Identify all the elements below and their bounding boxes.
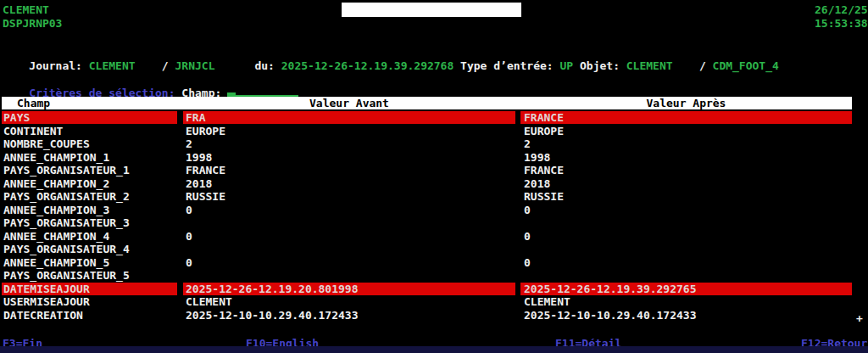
cell-champ: ANNEE_CHAMPION_5 <box>2 256 177 269</box>
status-bar <box>0 346 868 353</box>
table-row: PAYS_ORGANISATEUR_5 <box>2 269 852 282</box>
table-row: DATECREATION2025-12-10-10.29.40.17243320… <box>2 309 852 322</box>
cell-valeur-avant: 0 <box>183 256 515 269</box>
table-row: CONTINENTEUROPEEUROPE <box>2 125 852 137</box>
cell-valeur-avant: FRANCE <box>183 164 515 176</box>
cell-valeur-apres: FRANCE <box>520 164 852 176</box>
table-row: PAYSFRAFRANCE <box>2 111 852 124</box>
cell-valeur-apres: EUROPE <box>520 125 852 137</box>
cell-valeur-avant: 0 <box>183 230 515 243</box>
cell-valeur-avant <box>183 216 515 229</box>
continuation-indicator: + <box>856 312 863 325</box>
cell-champ: USERMISEAJOUR <box>2 295 177 308</box>
table-row: ANNEE_CHAMPION_220182018 <box>2 177 852 190</box>
cell-valeur-avant <box>183 269 515 282</box>
cell-valeur-apres <box>520 243 852 255</box>
cell-champ: ANNEE_CHAMPION_1 <box>2 151 177 164</box>
table-row: PAYS_ORGANISATEUR_2RUSSIERUSSIE <box>2 190 852 203</box>
cell-champ: DATEMISEAJOUR <box>2 283 177 295</box>
cell-valeur-apres <box>520 216 852 229</box>
cell-valeur-avant: FRA <box>183 111 515 124</box>
table-row: DATEMISEAJOUR2025-12-26-12.19.20.8019982… <box>2 283 852 295</box>
table-row: ANNEE_CHAMPION_119981998 <box>2 151 852 164</box>
cell-valeur-apres: CLEMENT <box>520 295 852 308</box>
cell-valeur-apres: 0 <box>520 256 852 269</box>
cell-valeur-avant: 2018 <box>183 177 515 190</box>
cell-champ: PAYS_ORGANISATEUR_4 <box>2 243 177 255</box>
cell-valeur-apres: 1998 <box>520 151 852 164</box>
cell-valeur-apres: 0 <box>520 204 852 216</box>
cell-valeur-apres: RUSSIE <box>520 190 852 203</box>
cell-valeur-apres: FRANCE <box>520 111 852 124</box>
table-row: PAYS_ORGANISATEUR_1FRANCEFRANCE <box>2 164 852 176</box>
cell-valeur-avant: 2025-12-26-12.19.20.801998 <box>183 283 515 295</box>
cell-valeur-avant: 2025-12-10-10.29.40.172433 <box>183 309 515 322</box>
cell-valeur-apres: 2025-12-10-10.29.40.172433 <box>520 309 852 322</box>
cell-champ: PAYS_ORGANISATEUR_1 <box>2 164 177 176</box>
cell-valeur-avant <box>183 243 515 255</box>
cell-valeur-avant: EUROPE <box>183 125 515 137</box>
cell-champ: CONTINENT <box>2 125 177 137</box>
cell-valeur-apres: 0 <box>520 230 852 243</box>
table-row: ANNEE_CHAMPION_500 <box>2 256 852 269</box>
table-body: PAYSFRAFRANCECONTINENTEUROPEEUROPENOMBRE… <box>2 0 852 353</box>
table-row: USERMISEAJOURCLEMENTCLEMENT <box>2 295 852 308</box>
cell-valeur-apres: 2018 <box>520 177 852 190</box>
cell-valeur-apres: 2 <box>520 137 852 150</box>
cell-champ: NOMBRE_COUPES <box>2 137 177 150</box>
cell-champ: ANNEE_CHAMPION_2 <box>2 177 177 190</box>
cell-champ: DATECREATION <box>2 309 177 322</box>
cell-valeur-avant: 0 <box>183 204 515 216</box>
cell-champ: ANNEE_CHAMPION_4 <box>2 230 177 243</box>
table-row: PAYS_ORGANISATEUR_3 <box>2 216 852 229</box>
terminal-screen: CLEMENT DSPJRNP03 Données journalisées 2… <box>0 0 868 353</box>
cell-valeur-apres: 2025-12-26-12.19.39.292765 <box>520 283 852 295</box>
cell-valeur-avant: CLEMENT <box>183 295 515 308</box>
cell-champ: PAYS_ORGANISATEUR_5 <box>2 269 177 282</box>
cell-champ: ANNEE_CHAMPION_3 <box>2 204 177 216</box>
table-row: ANNEE_CHAMPION_300 <box>2 204 852 216</box>
cell-valeur-avant: RUSSIE <box>183 190 515 203</box>
cell-champ: PAYS_ORGANISATEUR_3 <box>2 216 177 229</box>
table-row: PAYS_ORGANISATEUR_4 <box>2 243 852 255</box>
table-row: ANNEE_CHAMPION_400 <box>2 230 852 243</box>
cell-valeur-avant: 1998 <box>183 151 515 164</box>
cell-valeur-apres <box>520 269 852 282</box>
cell-valeur-avant: 2 <box>183 137 515 150</box>
cell-champ: PAYS_ORGANISATEUR_2 <box>2 190 177 203</box>
table-row: NOMBRE_COUPES22 <box>2 137 852 150</box>
cell-champ: PAYS <box>2 111 177 124</box>
